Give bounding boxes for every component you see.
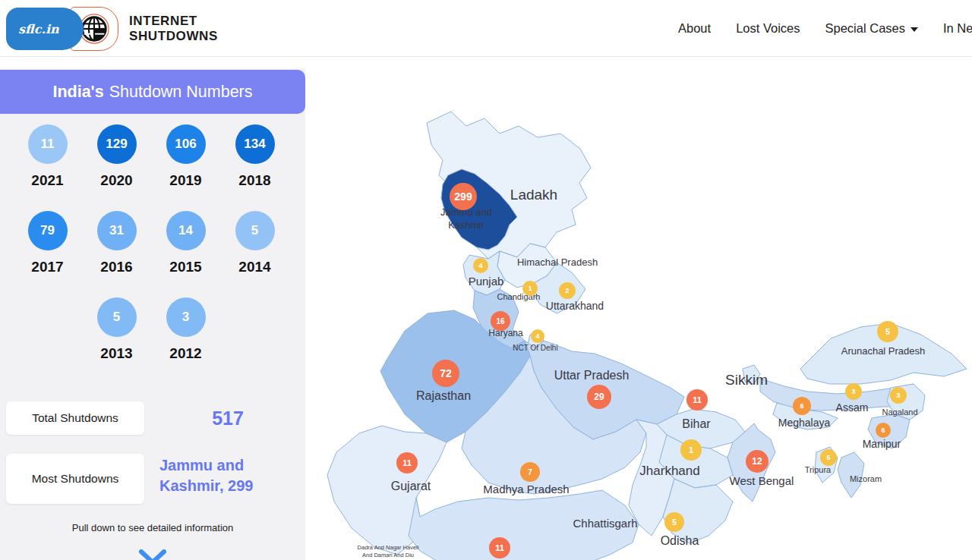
map-label-haryana: Haryana [488,328,522,340]
main-nav: About Lost Voices Special Cases In News [678,0,972,57]
year-circle-2014[interactable]: 5 [235,211,275,250]
map-label-ladakh: Ladakh [510,186,557,205]
year-label-2019: 2019 [169,172,201,189]
year-circle-2021[interactable]: 11 [28,124,68,164]
pull-down-hint: Pull down to see detailed information [0,522,305,533]
stats-panel: India's Shutdown Numbers 112021129202010… [0,68,305,560]
map-marker-nct-of-delhi[interactable]: 4 [531,329,544,343]
map-marker-chandigarh[interactable]: 1 [522,281,538,296]
page: sflc.in INTERNET SHUTDOWNS [0,0,972,560]
map-marker-haryana[interactable]: 16 [491,311,510,331]
map-label-uttar-pradesh: Uttar Pradesh [554,368,630,384]
nav-item-special-cases[interactable]: Special Cases [825,21,918,36]
year-circle-2013[interactable]: 5 [97,297,137,337]
nav-item-lost-voices[interactable]: Lost Voices [736,21,800,36]
year-label-2014: 2014 [238,259,270,275]
map-label-assam: Assam [836,401,869,414]
map-marker-assam[interactable]: 3 [845,383,862,400]
map-label-manipur: Manipur [863,437,901,451]
year-grid: 1120211292020106201913420187920173120161… [13,124,289,384]
map-marker-punjab[interactable]: 4 [473,258,488,273]
map-label-chhattisgarh: Chhattisgarh [573,516,637,531]
map-label-west-bengal: West Bengal [730,473,794,489]
year-circle-2019[interactable]: 106 [166,124,206,164]
year-cell-2015: 142015 [151,211,220,297]
panel-title-bold: India's [52,83,103,102]
year-circle-2017[interactable]: 79 [28,211,68,250]
map-marker-manipur[interactable]: 6 [876,423,891,438]
map-marker-tripura[interactable]: 5 [820,449,837,466]
year-cell-2014: 52014 [220,211,289,297]
year-label-2013: 2013 [100,345,132,362]
panel-title-rest: Shutdown Numbers [109,83,253,102]
map-marker-west-bengal[interactable]: 12 [746,450,768,473]
map-marker-jammu-and-kashmir[interactable]: 299 [450,183,477,210]
year-label-2021: 2021 [31,172,63,189]
map-label-nct-of-delhi: NCT Of Delhi [513,343,557,353]
year-cell-2012: 32012 [151,297,220,384]
map-marker-meghalaya[interactable]: 6 [793,397,811,415]
top-header: sflc.in INTERNET SHUTDOWNS [0,0,972,57]
map-label-tripura: Tripura [805,464,831,475]
nav-item-about[interactable]: About [678,21,711,36]
year-circle-2015[interactable]: 14 [166,211,206,250]
year-cell-2019: 1062019 [151,124,220,211]
total-shutdowns-card: Total Shutdowns [6,401,144,435]
year-label-2016: 2016 [100,259,132,275]
year-cell-2018: 1342018 [220,124,289,211]
year-label-2020: 2020 [100,172,132,189]
site-title-line2: SHUTDOWNS [129,29,218,44]
year-circle-2016[interactable]: 31 [97,211,137,250]
year-label-2018: 2018 [238,172,270,189]
map-label-dadra-and-nagar-haveli: Dadra And Nagar Haveli And Daman And Diu [358,544,419,559]
year-circle-2012[interactable]: 3 [166,297,206,337]
nav-item-in-news[interactable]: In News [943,21,972,36]
map-label-odisha: Odisha [661,533,699,549]
map-marker-uttarakhand[interactable]: 2 [559,282,576,299]
most-shutdowns-label: Most Shutdowns [32,472,119,486]
site-logo[interactable]: sflc.in INTERNET SHUTDOWNS [6,7,218,51]
map-label-rajasthan: Rajasthan [416,389,471,404]
most-shutdowns-value: Jammu and Kashmir, 299 [159,455,281,496]
map-label-gujarat: Gujarat [391,479,431,495]
panel-title: India's Shutdown Numbers [0,70,305,114]
year-cell-2016: 312016 [82,211,151,297]
map-label-mizoram: Mizoram [850,473,882,484]
map-label-jammu-and: Jammu and Kashmir [440,206,492,232]
year-cell-2013: 52013 [82,297,151,384]
map-label-meghalaya: Meghalaya [778,416,831,429]
sflc-badge: sflc.in [6,8,84,50]
map-marker-rajasthan[interactable]: 72 [432,360,459,387]
nav-label: In News [943,21,972,36]
total-shutdowns-label: Total Shutdowns [32,411,118,425]
year-label-2015: 2015 [169,259,201,275]
chevron-down-icon[interactable] [139,549,166,560]
map-marker-jharkhand[interactable]: 1 [680,439,702,461]
most-shutdowns-card: Most Shutdowns [6,454,144,504]
map-marker-bihar[interactable]: 11 [686,389,708,411]
site-title: INTERNET SHUTDOWNS [129,14,218,43]
map-marker-nagaland[interactable]: 3 [890,387,907,404]
map-label-himachal-pradesh: Himachal Pradesh [517,256,598,269]
india-map[interactable]: 299412164722911533661125117511 LadakhJam… [305,68,972,560]
year-cell-2020: 1292020 [82,124,151,211]
map-label-punjab: Punjab [469,274,504,289]
year-circle-2020[interactable]: 129 [97,124,137,164]
map-label-madhya-pradesh: Madhya Pradesh [483,482,569,497]
year-label-2017: 2017 [31,259,63,275]
map-marker-gujarat[interactable]: 11 [396,452,418,473]
map-label-arunachal-pradesh: Arunachal Pradesh [841,345,926,358]
map-marker-odisha[interactable]: 5 [664,512,684,532]
year-cell-2021: 112021 [13,124,82,211]
year-cell-2017: 792017 [13,211,82,297]
map-marker-uttar-pradesh[interactable]: 29 [587,385,611,409]
nav-label: About [678,21,711,36]
year-label-2012: 2012 [169,345,201,362]
map-marker-arunachal-pradesh[interactable]: 5 [877,321,898,342]
map-marker-maharashtra[interactable]: 11 [489,537,510,558]
map-marker-madhya-pradesh[interactable]: 7 [520,462,540,482]
nav-label: Lost Voices [736,21,800,36]
year-circle-2018[interactable]: 134 [235,124,275,164]
map-label-uttarakhand: Uttarakhand [546,299,604,313]
map-label-bihar: Bihar [682,417,710,433]
